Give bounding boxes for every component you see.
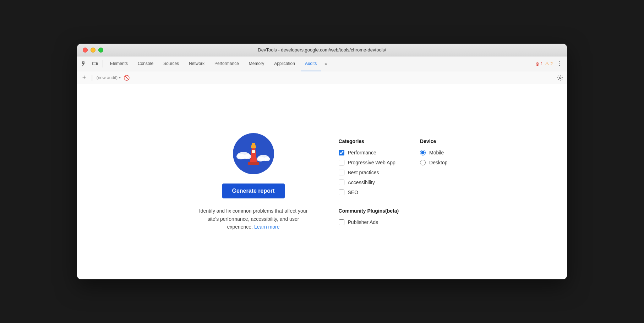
devtools-window: DevTools - developers.google.com/web/too…: [77, 44, 567, 279]
svg-point-14: [264, 157, 270, 161]
error-icon: ⊗: [535, 61, 540, 67]
tab-memory[interactable]: Memory: [245, 56, 268, 71]
tab-audits[interactable]: Audits: [301, 56, 321, 71]
maximize-button[interactable]: [98, 48, 103, 53]
tab-performance[interactable]: Performance: [210, 56, 243, 71]
svg-rect-2: [97, 63, 98, 65]
plugins-title: Community Plugins(beta): [339, 208, 399, 214]
settings-button[interactable]: [557, 75, 563, 81]
device-column: Device Mobile Desktop: [420, 138, 447, 165]
more-tabs-button[interactable]: »: [322, 56, 329, 71]
device-title: Device: [420, 138, 447, 144]
svg-point-3: [560, 77, 561, 78]
tab-console[interactable]: Console: [133, 56, 158, 71]
lighthouse-logo: [232, 132, 275, 175]
svg-point-11: [244, 154, 251, 159]
description-text: Identify and fix common problems that af…: [197, 207, 310, 231]
traffic-lights: [83, 48, 103, 53]
toolbar-divider-vert: |: [91, 74, 93, 81]
toolbar-divider: [103, 60, 103, 67]
device-mobile[interactable]: Mobile: [420, 150, 447, 155]
category-accessibility-checkbox[interactable]: [339, 180, 344, 185]
plugin-publisher-ads[interactable]: Publisher Ads: [339, 219, 399, 225]
second-toolbar: + | (new audit) ▾ 🚫: [77, 71, 567, 84]
tab-elements[interactable]: Elements: [106, 56, 132, 71]
device-desktop[interactable]: Desktop: [420, 160, 447, 165]
category-seo-checkbox[interactable]: [339, 190, 344, 195]
warning-badge[interactable]: ⚠ 2: [545, 61, 553, 66]
category-pwa[interactable]: Progressive Web App: [339, 160, 399, 165]
error-badge[interactable]: ⊗ 1: [535, 61, 543, 67]
category-best-practices-checkbox[interactable]: [339, 170, 344, 175]
add-audit-button[interactable]: +: [81, 74, 88, 81]
category-seo[interactable]: SEO: [339, 190, 399, 195]
generate-report-button[interactable]: Generate report: [222, 184, 285, 198]
dropdown-arrow-icon: ▾: [119, 76, 121, 80]
main-toolbar: Elements Console Sources Network Perform…: [77, 56, 567, 71]
audit-selector[interactable]: (new audit) ▾: [97, 75, 121, 80]
close-button[interactable]: [83, 48, 88, 53]
device-desktop-radio[interactable]: [420, 160, 426, 165]
categories-title: Categories: [339, 138, 399, 144]
tab-sources[interactable]: Sources: [159, 56, 183, 71]
svg-rect-1: [93, 62, 96, 65]
more-options-button[interactable]: ⋮: [555, 59, 564, 69]
svg-point-13: [257, 157, 264, 162]
tab-network[interactable]: Network: [185, 56, 209, 71]
plugin-publisher-ads-checkbox[interactable]: [339, 219, 344, 225]
stop-icon: 🚫: [124, 75, 130, 81]
svg-point-10: [236, 154, 245, 159]
left-section: Generate report Identify and fix common …: [197, 132, 310, 231]
categories-column: Categories Performance Progressive Web A…: [339, 138, 399, 225]
title-bar: DevTools - developers.google.com/web/too…: [77, 44, 567, 56]
device-mobile-radio[interactable]: [420, 150, 426, 155]
category-performance-checkbox[interactable]: [339, 150, 344, 155]
category-performance[interactable]: Performance: [339, 150, 399, 155]
toolbar-right: ⊗ 1 ⚠ 2 ⋮: [535, 59, 564, 69]
tab-application[interactable]: Application: [270, 56, 299, 71]
learn-more-link[interactable]: Learn more: [254, 224, 280, 230]
svg-rect-8: [248, 162, 259, 165]
minimize-button[interactable]: [91, 48, 95, 53]
device-toggle-icon[interactable]: [91, 59, 100, 69]
category-best-practices[interactable]: Best practices: [339, 170, 399, 175]
category-accessibility[interactable]: Accessibility: [339, 180, 399, 185]
main-content: Generate report Identify and fix common …: [77, 84, 567, 279]
right-section: Categories Performance Progressive Web A…: [339, 138, 448, 225]
svg-rect-7: [252, 150, 255, 153]
inspector-icon[interactable]: [80, 59, 89, 69]
category-pwa-checkbox[interactable]: [339, 160, 344, 165]
window-title: DevTools - developers.google.com/web/too…: [258, 47, 386, 53]
audits-panel: Generate report Identify and fix common …: [91, 132, 553, 231]
warning-icon: ⚠: [545, 61, 549, 66]
